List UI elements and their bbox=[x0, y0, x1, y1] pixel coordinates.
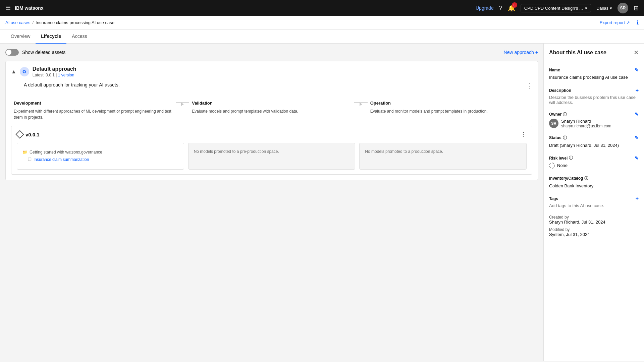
show-deleted-toggle-row: Show deleted assets bbox=[5, 49, 65, 56]
risk-info-icon[interactable]: ⓘ bbox=[569, 155, 573, 161]
workspace-selector[interactable]: CPD CPD Content Design's ... ▾ bbox=[521, 4, 591, 12]
operation-no-model-text: No models promoted to a production space… bbox=[365, 149, 443, 154]
show-deleted-label: Show deleted assets bbox=[22, 50, 65, 55]
breadcrumb-separator: / bbox=[32, 20, 34, 25]
menu-icon[interactable]: ☰ bbox=[5, 4, 11, 12]
name-value: Insurance claims processing AI use case bbox=[549, 74, 639, 81]
field-risk-level: Risk level ⓘ ✎ None bbox=[549, 155, 639, 169]
app-switcher-icon[interactable]: ⊞ bbox=[634, 4, 639, 12]
help-icon[interactable]: ? bbox=[499, 5, 502, 12]
owner-name: Sharyn Richard bbox=[561, 119, 611, 124]
stage-validation-desc: Evaluate models and prompt templates wit… bbox=[192, 108, 351, 114]
owner-info: Sharyn Richard sharyn.richard@us.ibm.com bbox=[561, 119, 611, 128]
version-link[interactable]: 1 version bbox=[58, 73, 74, 77]
location-label: Dallas bbox=[596, 6, 608, 11]
dev-asset-link-text[interactable]: Insurance claim summarization bbox=[34, 157, 89, 162]
version-stages: 📁 Getting started with watsonx.governanc… bbox=[17, 143, 527, 170]
user-avatar[interactable]: SR bbox=[618, 3, 628, 13]
side-panel-title: About this AI use case bbox=[549, 50, 606, 56]
breadcrumb-parent-link[interactable]: AI use cases bbox=[5, 20, 30, 25]
status-edit-icon[interactable]: ✎ bbox=[635, 135, 639, 140]
stage-operation-title: Operation bbox=[370, 101, 530, 106]
notifications-icon[interactable]: 🔔 6 bbox=[508, 4, 515, 12]
approach-title-group: Default approach Latest: 0.0.1 | 1 versi… bbox=[33, 66, 532, 77]
show-deleted-toggle[interactable] bbox=[5, 49, 19, 56]
location-selector[interactable]: Dallas ▾ bbox=[596, 6, 612, 11]
breadcrumb: AI use cases / Insurance claims processi… bbox=[5, 20, 114, 25]
field-inventory: Inventory/Catalog ⓘ Golden Bank Inventor… bbox=[549, 176, 639, 189]
brand-name: IBM watsonx bbox=[15, 5, 472, 11]
workspace-label: CPD CPD Content Design's ... bbox=[524, 6, 583, 11]
owner-email: sharyn.richard@us.ibm.com bbox=[561, 124, 611, 128]
tags-placeholder: Add tags to this AI use case. bbox=[549, 203, 639, 208]
stage-divider-1 bbox=[176, 101, 189, 106]
version-dev-box: 📁 Getting started with watsonx.governanc… bbox=[17, 143, 184, 170]
new-approach-button[interactable]: New approach + bbox=[504, 50, 538, 55]
approach-description: A default approach for tracking your AI … bbox=[6, 82, 538, 95]
dev-asset-list: 📁 Getting started with watsonx.governanc… bbox=[22, 148, 178, 163]
tabs-bar: Overview Lifecycle Access bbox=[0, 29, 644, 44]
risk-row: None bbox=[549, 162, 639, 169]
page-body: Show deleted assets New approach + ▲ ♻ D… bbox=[0, 44, 644, 361]
risk-value: None bbox=[557, 162, 568, 169]
default-approach-card: ▲ ♻ Default approach Latest: 0.0.1 | 1 v… bbox=[5, 61, 538, 180]
toggle-knob bbox=[6, 50, 11, 55]
field-description-label: Description + bbox=[549, 87, 639, 94]
side-panel-body: Name ✎ Insurance claims processing AI us… bbox=[544, 62, 644, 245]
approach-more-options-button[interactable]: ⋮ bbox=[526, 82, 532, 89]
approach-description-text: A default approach for tracking your AI … bbox=[24, 82, 120, 87]
description-placeholder: Describe the business problem this use c… bbox=[549, 95, 639, 105]
field-owner: Owner ⓘ ✎ SR Sharyn Richard sharyn.richa… bbox=[549, 112, 639, 128]
tab-access[interactable]: Access bbox=[66, 29, 92, 44]
stage-development-desc: Experiment with different approaches of … bbox=[14, 108, 173, 120]
toolbar-row: Show deleted assets New approach + bbox=[5, 49, 538, 56]
description-add-icon[interactable]: + bbox=[636, 87, 639, 94]
upgrade-link[interactable]: Upgrade bbox=[476, 5, 494, 11]
created-by-label: Created by bbox=[549, 215, 639, 220]
stage-development: Development Experiment with different ap… bbox=[11, 101, 176, 120]
new-approach-label: New approach bbox=[504, 50, 534, 55]
field-tags: Tags + Add tags to this AI use case. bbox=[549, 196, 639, 208]
approach-header[interactable]: ▲ ♻ Default approach Latest: 0.0.1 | 1 v… bbox=[6, 61, 538, 82]
field-owner-label: Owner ⓘ ✎ bbox=[549, 112, 639, 117]
side-panel-header: About this AI use case ✕ bbox=[544, 44, 644, 62]
tags-add-icon[interactable]: + bbox=[636, 196, 639, 202]
model-icon: ❐ bbox=[28, 157, 32, 162]
inventory-value: Golden Bank Inventory bbox=[549, 183, 639, 189]
stage-validation: Validation Evaluate models and prompt te… bbox=[189, 101, 354, 114]
workspace-chevron-icon: ▾ bbox=[585, 6, 587, 11]
location-chevron-icon: ▾ bbox=[610, 6, 612, 11]
owner-edit-icon[interactable]: ✎ bbox=[635, 112, 639, 117]
divider-arrow-1 bbox=[181, 103, 184, 106]
version-card: v0.0.1 ⋮ 📁 Getting started with watsonx.… bbox=[11, 126, 532, 175]
stage-operation: Operation Evaluate and monitor models an… bbox=[368, 101, 532, 114]
info-panel-toggle-icon[interactable]: ℹ bbox=[637, 19, 639, 26]
export-report-button[interactable]: Export report ↗ bbox=[600, 20, 630, 25]
field-status: Status ⓘ ✎ Draft (Sharyn Richard, Jul 31… bbox=[549, 135, 639, 149]
version-title-row: v0.0.1 bbox=[17, 131, 40, 137]
dev-folder-name: Getting started with watsonx.governance bbox=[30, 150, 102, 155]
stage-development-title: Development bbox=[14, 101, 173, 106]
status-info-icon[interactable]: ⓘ bbox=[563, 135, 567, 141]
notification-badge: 6 bbox=[512, 2, 517, 8]
risk-edit-icon[interactable]: ✎ bbox=[635, 156, 639, 161]
field-name: Name ✎ Insurance claims processing AI us… bbox=[549, 67, 639, 81]
tab-lifecycle[interactable]: Lifecycle bbox=[36, 29, 66, 44]
field-risk-label: Risk level ⓘ ✎ bbox=[549, 155, 639, 161]
tab-overview[interactable]: Overview bbox=[5, 29, 36, 44]
close-panel-button[interactable]: ✕ bbox=[634, 49, 639, 56]
top-navigation: ☰ IBM watsonx Upgrade ? 🔔 6 CPD CPD Cont… bbox=[0, 0, 644, 16]
collapse-button[interactable]: ▲ bbox=[11, 69, 16, 75]
name-edit-icon[interactable]: ✎ bbox=[635, 67, 639, 73]
field-inventory-label: Inventory/Catalog ⓘ bbox=[549, 176, 639, 181]
approach-title: Default approach bbox=[33, 66, 532, 72]
approach-meta: Latest: 0.0.1 | 1 version bbox=[33, 73, 532, 77]
dev-asset-folder: 📁 Getting started with watsonx.governanc… bbox=[22, 148, 178, 156]
inventory-info-icon[interactable]: ⓘ bbox=[584, 176, 588, 181]
version-more-options-button[interactable]: ⋮ bbox=[521, 131, 527, 138]
new-approach-plus-icon: + bbox=[535, 50, 538, 55]
owner-info-icon[interactable]: ⓘ bbox=[563, 112, 567, 117]
owner-row: SR Sharyn Richard sharyn.richard@us.ibm.… bbox=[549, 119, 639, 128]
version-header: v0.0.1 ⋮ bbox=[17, 131, 527, 138]
risk-level-icon bbox=[549, 163, 555, 169]
